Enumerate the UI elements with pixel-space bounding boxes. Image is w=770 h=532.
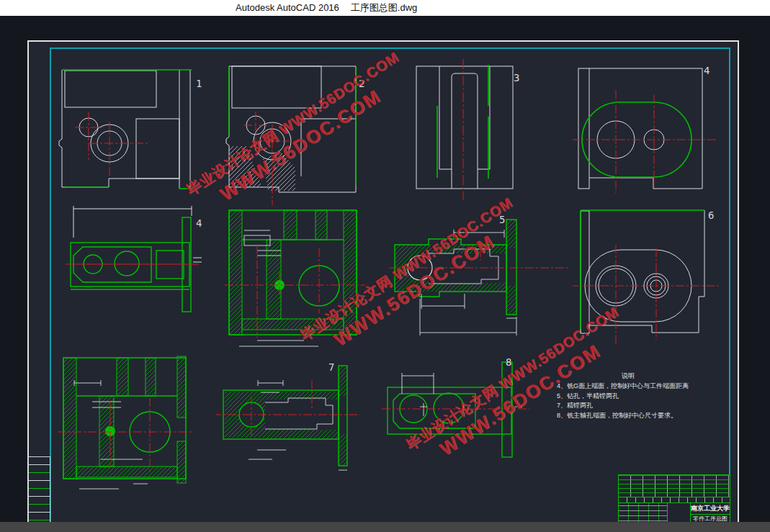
view-4-bottom-drawing xyxy=(63,202,207,317)
process-notes: 说明 4、铣G面上端面，控制好中心与工件端面距离 5、钻孔，半精镗两孔 7、精镗… xyxy=(557,371,679,420)
view-3-drawing xyxy=(411,56,526,204)
view-label-8: 8 xyxy=(506,356,511,368)
view-1 xyxy=(58,61,198,198)
view-section-b-drawing xyxy=(58,351,196,493)
document-name: 工序图总图.dwg xyxy=(351,2,417,13)
revision-header-row xyxy=(619,497,730,503)
note-item: 5、钻孔，半精镗两孔 xyxy=(557,392,679,402)
view-3 xyxy=(411,56,526,204)
autocad-window: Autodesk AutoCAD 2016工序图总图.dwg xyxy=(0,0,770,532)
view-7 xyxy=(216,355,364,477)
view-section-b xyxy=(58,351,196,493)
view-4 xyxy=(573,50,720,198)
view-4-bottom xyxy=(63,202,207,317)
window-titlebar: Autodesk AutoCAD 2016工序图总图.dwg xyxy=(0,0,770,16)
view-label-3: 3 xyxy=(514,72,519,84)
view-label-4b: 4 xyxy=(196,217,202,229)
view-1-drawing xyxy=(58,61,198,198)
view-label-1: 1 xyxy=(196,78,202,89)
note-item: 8、铣主轴孔端面，控制好中心尺寸要求。 xyxy=(557,411,679,421)
view-label-4: 4 xyxy=(704,65,709,76)
left-margin-table xyxy=(28,456,50,532)
app-title: Autodesk AutoCAD 2016 xyxy=(236,2,339,13)
view-label-6: 6 xyxy=(708,209,714,221)
note-item: 4、铣G面上端面，控制好中心与工件端面距离 xyxy=(557,382,679,392)
university-name: 南京工业大学 xyxy=(691,503,730,515)
drawing-canvas[interactable]: 1 2 3 4 4 5 6 7 8 毕业设计论文网 WWW.56DOC.COM … xyxy=(0,16,770,522)
notes-heading: 说明 xyxy=(622,371,679,381)
note-item: 7、精镗两孔 xyxy=(557,401,679,411)
revision-table xyxy=(619,475,730,497)
view-7-drawing xyxy=(216,355,364,477)
bottom-bar xyxy=(0,522,770,532)
view-label-7: 7 xyxy=(328,361,334,373)
view-4-drawing xyxy=(573,50,720,198)
